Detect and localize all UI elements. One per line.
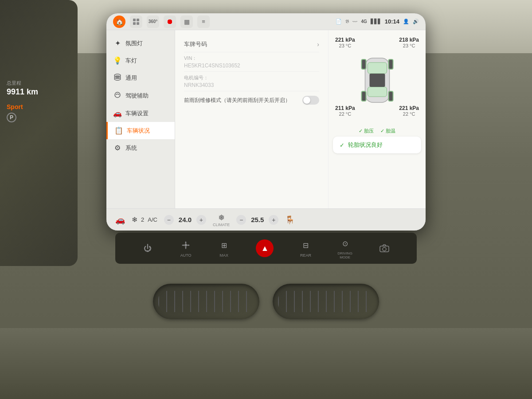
svg-rect-3 xyxy=(137,22,139,25)
svg-rect-2 xyxy=(133,22,136,25)
hazard-icon: ▲ xyxy=(261,244,269,253)
sidebar-item-general[interactable]: 通用 xyxy=(106,69,175,87)
driving-mode-icon: ⊙ xyxy=(339,237,351,250)
doc-icon[interactable]: ≡ xyxy=(197,16,210,28)
nav-icons: 🏠 360° ⏺ ▦ ≡ xyxy=(113,16,210,28)
camera-button[interactable] xyxy=(378,242,391,254)
car-lights-icon: 💡 xyxy=(113,56,122,65)
tire-rr-temp: 22 °C xyxy=(399,111,419,117)
signal-bars: ▋▋▋ xyxy=(371,19,381,24)
pressure-status: ✓ 胎压 xyxy=(359,128,374,134)
wiper-label: 前雨刮维修模式（请关闭前雨刮开关后开启） xyxy=(184,97,290,104)
svg-rect-11 xyxy=(369,74,385,87)
left-temp-plus[interactable]: + xyxy=(196,215,206,225)
svg-rect-13 xyxy=(388,59,393,69)
svg-rect-1 xyxy=(137,19,139,21)
odometer-value: 9911 km xyxy=(7,87,38,97)
right-temp-plus[interactable]: + xyxy=(269,215,278,225)
svg-point-7 xyxy=(115,92,120,98)
right-temp-value: 25.5 xyxy=(250,216,265,223)
sidebar-item-ambient-light[interactable]: ✦ 氛围灯 xyxy=(106,35,175,52)
physical-controls-bar: ⏻ AUTO ⊞ MAX ▲ ⊟ REAR ⊙ DRIVINGMODE xyxy=(115,233,417,264)
climate-fan-icon: ❅ xyxy=(218,213,225,223)
ambient-light-icon: ✦ xyxy=(113,39,122,47)
music-icon[interactable]: ⏺ xyxy=(164,16,176,28)
motor-label: 电机编号： xyxy=(184,74,319,81)
wiper-row: 前雨刮维修模式（请关闭前雨刮开关后开启） xyxy=(184,91,319,109)
content-panel: 车牌号码 › VIN： HE5KR1C4SNS103652 电机编号： NRNK… xyxy=(175,30,328,208)
park-indicator: P xyxy=(7,113,38,122)
home-icon[interactable]: 🏠 xyxy=(113,16,125,28)
tire-rear-left-info: 211 kPa 22 °C xyxy=(335,105,355,117)
tire-rl-temp: 22 °C xyxy=(335,111,355,117)
bluetooth-icon: 𝔅 xyxy=(345,19,349,24)
left-temp-minus[interactable]: − xyxy=(164,215,174,225)
grid-icon[interactable] xyxy=(130,16,142,28)
vin-value: HE5KR1C4SNS103652 xyxy=(184,63,319,69)
fan-auto-label: AUTO xyxy=(180,253,192,258)
tire-pressure-panel: 221 kPa 23 °C 218 kPa 23 °C 211 kPa 22 °… xyxy=(328,30,426,208)
sidebar-item-vehicle-status[interactable]: 📋 车辆状况 xyxy=(106,122,175,139)
map-icon[interactable]: ▦ xyxy=(180,16,193,28)
general-icon xyxy=(113,74,122,82)
infotainment-screen: 🏠 360° ⏺ ▦ ≡ 📄 𝔅 〰 4G ▋▋▋ 10:14 👤 🔊 xyxy=(106,13,426,231)
drive-mode: Sport xyxy=(7,103,38,110)
vehicle-status-icon: 📋 xyxy=(114,126,123,135)
sidebar-menu: ✦ 氛围灯 💡 车灯 通用 xyxy=(106,30,175,208)
defrost-front-button[interactable]: ⊞ MAX xyxy=(218,239,230,258)
tire-front-right-info: 218 kPa 23 °C xyxy=(399,37,419,48)
driving-mode-label: DRIVINGMODE xyxy=(338,251,352,259)
sidebar-label-driving-assist: 驾驶辅助 xyxy=(125,92,149,100)
status-bar: 🏠 360° ⏺ ▦ ≡ 📄 𝔅 〰 4G ▋▋▋ 10:14 👤 🔊 xyxy=(106,13,426,30)
hazard-button[interactable]: ▲ xyxy=(256,239,274,257)
tire-rr-kpa: 221 kPa xyxy=(399,105,419,111)
fan-section: ❄ 2 A/C xyxy=(132,215,157,224)
tire-diagram: 221 kPa 23 °C 218 kPa 23 °C 211 kPa 22 °… xyxy=(333,37,421,125)
svg-rect-10 xyxy=(368,87,387,97)
power-icon: ⏻ xyxy=(141,242,154,254)
temp-label: 胎温 xyxy=(386,128,395,134)
tire-front-left-info: 221 kPa 23 °C xyxy=(335,37,355,48)
climate-center[interactable]: ❅ CLIMATE xyxy=(213,213,230,227)
defrost-rear-label: REAR xyxy=(300,253,311,258)
fan-button[interactable]: AUTO xyxy=(180,239,192,258)
temp-check-icon: ✓ xyxy=(380,128,384,134)
driving-assist-icon xyxy=(113,91,122,100)
360-icon[interactable]: 360° xyxy=(147,16,159,28)
park-circle: P xyxy=(7,113,16,122)
sidebar-label-vehicle-status: 车辆状况 xyxy=(127,127,150,135)
wiper-toggle[interactable] xyxy=(302,96,319,105)
right-temp-minus[interactable]: − xyxy=(236,215,246,225)
sidebar-label-system: 系统 xyxy=(125,144,137,152)
motor-field: 电机编号： NRNK34033 xyxy=(184,72,319,91)
power-button[interactable]: ⏻ xyxy=(141,242,154,254)
overall-status-text: 轮胎状况良好 xyxy=(348,141,383,149)
defrost-rear-icon: ⊟ xyxy=(299,239,312,251)
svg-point-18 xyxy=(383,247,386,251)
file-icon: 📄 xyxy=(336,19,342,24)
sidebar-item-car-lights[interactable]: 💡 车灯 xyxy=(106,52,175,69)
defrost-front-icon: ⊞ xyxy=(218,239,230,251)
air-vents-area xyxy=(106,270,426,332)
fan-speed: 2 xyxy=(141,216,144,223)
sidebar-item-driving-assist[interactable]: 驾驶辅助 xyxy=(106,87,175,105)
temp-status: ✓ 胎温 xyxy=(380,128,395,134)
ac-label: A/C xyxy=(148,216,157,223)
defrost-rear-button[interactable]: ⊟ REAR xyxy=(299,239,312,258)
defrost-max-label: MAX xyxy=(219,253,228,258)
plate-number-row[interactable]: 车牌号码 › xyxy=(184,37,319,52)
tire-status-indicators: ✓ 胎压 ✓ 胎温 xyxy=(333,128,421,134)
status-right-icons: 📄 𝔅 〰 4G ▋▋▋ 10:14 👤 🔊 xyxy=(336,18,419,25)
tire-overall-status: ✓ 轮胎状况良好 xyxy=(333,137,421,153)
tire-rear-right-info: 221 kPa 22 °C xyxy=(399,105,419,117)
sidebar-item-vehicle-settings[interactable]: 🚗 车辆设置 xyxy=(106,105,175,122)
svg-rect-15 xyxy=(388,91,393,101)
climate-label: CLIMATE xyxy=(213,223,230,227)
svg-rect-9 xyxy=(368,63,387,74)
sidebar-item-system[interactable]: ⚙ 系统 xyxy=(106,139,175,156)
left-dashboard-cluster: 总里程 9911 km Sport P xyxy=(0,0,78,266)
floor-area xyxy=(0,328,532,399)
driving-mode-button[interactable]: ⊙ DRIVINGMODE xyxy=(338,237,352,259)
tire-fl-temp: 23 °C xyxy=(335,43,355,48)
seat-heat-icon: 🪑 xyxy=(285,215,295,225)
